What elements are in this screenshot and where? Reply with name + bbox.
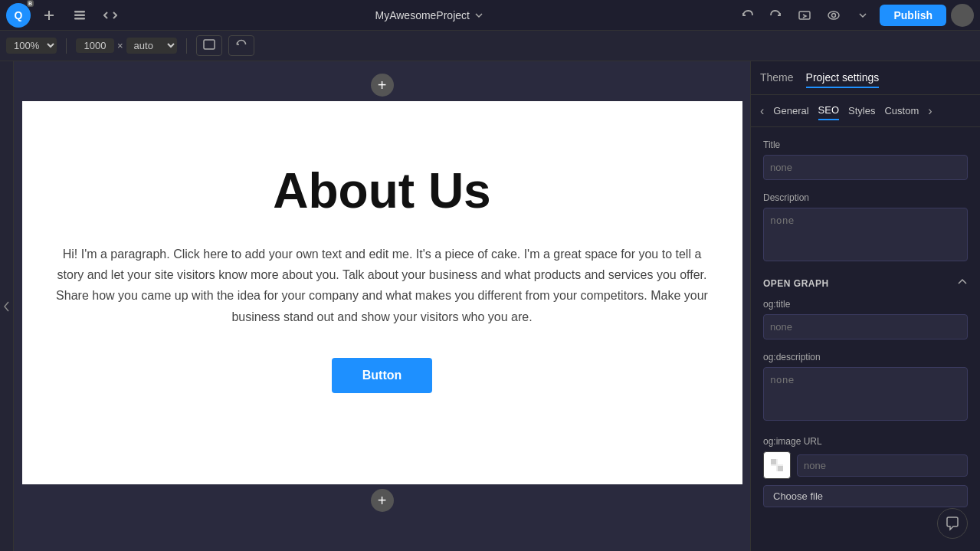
device-frame-button[interactable]: [196, 35, 222, 56]
svg-rect-12: [771, 466, 776, 471]
zoom-control: 100% 75% 50%: [6, 38, 57, 54]
og-title-label: og:title: [763, 299, 968, 310]
og-description-label: og:description: [763, 352, 968, 362]
open-graph-toggle[interactable]: [957, 277, 968, 290]
choose-file-button[interactable]: Choose file: [763, 485, 968, 507]
main-area: + About Us Hi! I'm a paragraph. Click he…: [0, 61, 980, 551]
right-panel: Theme Project settings ‹ General SEO Sty…: [750, 61, 980, 551]
zoom-select[interactable]: 100% 75% 50%: [6, 38, 57, 54]
seo-title-group: Title: [763, 139, 968, 180]
chat-bubble-container: [751, 508, 980, 551]
width-control: × auto 100%: [76, 38, 177, 54]
nav-item-seo[interactable]: SEO: [818, 101, 839, 120]
og-image-url-input[interactable]: [797, 454, 968, 477]
canvas-area: + About Us Hi! I'm a paragraph. Click he…: [14, 61, 750, 551]
layers-button[interactable]: [67, 3, 92, 28]
svg-rect-8: [204, 40, 215, 49]
add-block-top-button[interactable]: +: [371, 74, 394, 97]
panel-nav-row: ‹ General SEO Styles Custom ›: [751, 95, 980, 127]
svg-rect-2: [74, 11, 85, 13]
page-content: About Us Hi! I'm a paragraph. Click here…: [22, 101, 742, 484]
svg-rect-3: [74, 14, 85, 16]
secondary-toolbar: 100% 75% 50% × auto 100%: [0, 31, 980, 61]
cta-button[interactable]: Button: [332, 358, 433, 393]
og-description-input[interactable]: [763, 367, 968, 421]
tab-project-settings[interactable]: Project settings: [806, 68, 880, 88]
panel-tabs-row: Theme Project settings: [751, 61, 980, 95]
seo-description-label: Description: [763, 192, 968, 203]
left-panel-toggle[interactable]: [0, 61, 14, 551]
page-paragraph[interactable]: Hi! I'm a paragraph. Click here to add y…: [53, 244, 712, 327]
add-button[interactable]: [37, 3, 61, 28]
nav-item-styles[interactable]: Styles: [848, 102, 875, 120]
open-graph-title: OPEN GRAPH: [763, 278, 829, 289]
more-options-button[interactable]: [851, 3, 875, 28]
separator-1: [66, 38, 67, 54]
nav-prev-arrow[interactable]: ‹: [760, 104, 764, 118]
project-name[interactable]: MyAwesomeProject: [129, 9, 729, 21]
tab-theme[interactable]: Theme: [760, 68, 794, 88]
og-description-group: og:description: [763, 352, 968, 424]
separator-2: [186, 38, 187, 54]
svg-rect-10: [771, 459, 776, 464]
add-block-bottom-button[interactable]: +: [371, 489, 394, 512]
svg-rect-11: [778, 459, 783, 464]
publish-button[interactable]: Publish: [880, 5, 946, 26]
open-graph-section-header: OPEN GRAPH: [763, 277, 968, 290]
preview-button[interactable]: [821, 3, 846, 28]
og-image-url-label: og:image URL: [763, 436, 968, 447]
width-input[interactable]: [76, 38, 114, 53]
svg-point-6: [828, 11, 839, 19]
seo-title-label: Title: [763, 139, 968, 150]
seo-description-input[interactable]: [763, 208, 968, 261]
app-logo[interactable]: Q B: [6, 3, 31, 28]
nav-item-custom[interactable]: Custom: [884, 102, 919, 120]
svg-rect-4: [74, 18, 85, 20]
nav-next-arrow[interactable]: ›: [928, 104, 932, 118]
undo-redo-group: [736, 3, 788, 28]
svg-rect-13: [778, 466, 783, 471]
og-image-preview: [763, 451, 791, 479]
og-title-input[interactable]: [763, 314, 968, 339]
seo-description-group: Description: [763, 192, 968, 264]
nav-item-general[interactable]: General: [773, 102, 808, 120]
seo-title-input[interactable]: [763, 155, 968, 180]
svg-point-7: [832, 13, 836, 17]
og-image-row: [763, 451, 968, 479]
og-image-url-group: og:image URL Choose file: [763, 436, 968, 507]
undo-button[interactable]: [736, 3, 760, 28]
redo-button[interactable]: [763, 3, 788, 28]
preview-external-button[interactable]: [792, 3, 817, 28]
height-select[interactable]: auto 100%: [126, 38, 177, 54]
og-title-group: og:title: [763, 299, 968, 339]
top-toolbar: Q B MyAwesomeProject Publish: [0, 0, 980, 31]
toolbar-right: Publish: [736, 3, 974, 28]
refresh-button[interactable]: [228, 35, 254, 56]
panel-body: Title Description OPEN GRAPH og:title: [751, 127, 980, 508]
close-x: ×: [117, 40, 123, 51]
chat-button[interactable]: [937, 508, 968, 539]
code-button[interactable]: [98, 3, 123, 28]
user-avatar[interactable]: [951, 4, 974, 27]
beta-badge: B: [27, 0, 34, 7]
page-title[interactable]: About Us: [273, 162, 490, 219]
